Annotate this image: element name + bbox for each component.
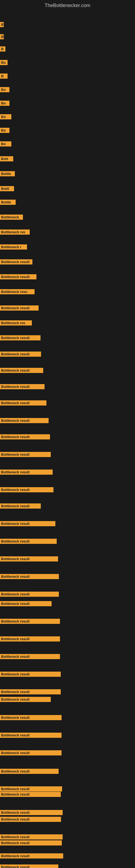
bottleneck-label-53: Bottleneck result bbox=[0, 817, 61, 822]
bottleneck-label-52: Bottleneck result bbox=[0, 810, 63, 815]
bottleneck-label-44: Bottleneck result bbox=[0, 689, 61, 694]
bottleneck-label-25: Bottleneck result bbox=[0, 368, 43, 373]
bottleneck-label-22: Bottleneck res bbox=[0, 320, 32, 326]
bottleneck-label-39: Bottleneck result bbox=[0, 601, 52, 606]
bottleneck-label-50: Bottleneck result bbox=[0, 786, 62, 792]
bottleneck-label-57: Bottleneck result bbox=[0, 865, 58, 868]
bottleneck-label-33: Bottleneck result bbox=[0, 503, 41, 508]
bottleneck-label-28: Bottleneck result bbox=[0, 418, 49, 423]
bottleneck-label-40: Bottleneck result bbox=[0, 619, 60, 624]
bottleneck-label-42: Bottleneck result bbox=[0, 654, 60, 659]
bottleneck-label-3: B bbox=[0, 46, 5, 52]
bottleneck-label-5: B bbox=[0, 73, 8, 79]
bottleneck-label-49: Bottleneck result bbox=[0, 769, 58, 774]
bottleneck-label-32: Bottleneck result bbox=[0, 487, 53, 492]
bottleneck-label-56: Bottleneck result bbox=[0, 854, 63, 859]
bottleneck-label-29: Bottleneck result bbox=[0, 434, 50, 439]
bottleneck-label-7: Bo bbox=[0, 101, 9, 106]
bottleneck-label-55: Bottleneck result bbox=[0, 840, 62, 845]
bottleneck-label-12: Bottle bbox=[0, 171, 15, 176]
bottleneck-label-35: Bottleneck result bbox=[0, 539, 57, 544]
bottleneck-label-11: Bott bbox=[0, 156, 13, 161]
bottleneck-label-23: Bottleneck result bbox=[0, 335, 41, 340]
bottleneck-label-10: Bo bbox=[0, 141, 11, 147]
bottleneck-label-6: Bo bbox=[0, 87, 9, 92]
bottleneck-label-45: Bottleneck result bbox=[0, 697, 51, 702]
bottleneck-label-46: Bottleneck result bbox=[0, 715, 61, 720]
bottleneck-label-48: Bottleneck result bbox=[0, 750, 61, 755]
bottleneck-label-27: Bottleneck result bbox=[0, 400, 46, 405]
bottleneck-label-18: Bottleneck result bbox=[0, 259, 32, 265]
bottleneck-label-36: Bottleneck result bbox=[0, 556, 58, 561]
bottleneck-label-1: B bbox=[0, 22, 4, 27]
bottleneck-label-24: Bottleneck result bbox=[0, 351, 41, 357]
bottleneck-label-51: Bottleneck result bbox=[0, 792, 61, 797]
bottleneck-label-38: Bottleneck result bbox=[0, 592, 59, 597]
bottleneck-label-43: Bottleneck result bbox=[0, 672, 61, 677]
bottleneck-label-34: Bottleneck result bbox=[0, 521, 55, 526]
bottleneck-label-9: Bo bbox=[0, 128, 9, 133]
bottleneck-label-15: Bottleneck bbox=[0, 215, 23, 220]
bottleneck-label-19: Bottleneck result bbox=[0, 274, 37, 279]
bottleneck-label-21: Bottleneck result bbox=[0, 305, 39, 311]
bottleneck-label-47: Bottleneck result bbox=[0, 733, 61, 738]
site-title: TheBottlenecker.com bbox=[0, 0, 135, 10]
bottleneck-label-41: Bottleneck result bbox=[0, 637, 60, 642]
bottleneck-label-30: Bottleneck result bbox=[0, 452, 51, 457]
bottleneck-label-16: Bottleneck res bbox=[0, 229, 30, 235]
bottleneck-label-37: Bottleneck result bbox=[0, 574, 59, 579]
bottleneck-label-20: Bottleneck resu bbox=[0, 289, 35, 294]
bottleneck-label-31: Bottleneck result bbox=[0, 469, 53, 475]
bottleneck-label-26: Bottleneck result bbox=[0, 384, 45, 389]
bottleneck-label-4: Bo bbox=[0, 60, 8, 65]
bottleneck-label-8: Bo bbox=[0, 114, 11, 119]
bottleneck-label-14: Bottle bbox=[0, 199, 16, 205]
bottleneck-label-54: Bottleneck result bbox=[0, 834, 63, 839]
bottleneck-label-17: Bottleneck r bbox=[0, 244, 27, 250]
bottleneck-label-2: B bbox=[0, 34, 4, 39]
bottleneck-label-13: Bottl bbox=[0, 186, 14, 191]
